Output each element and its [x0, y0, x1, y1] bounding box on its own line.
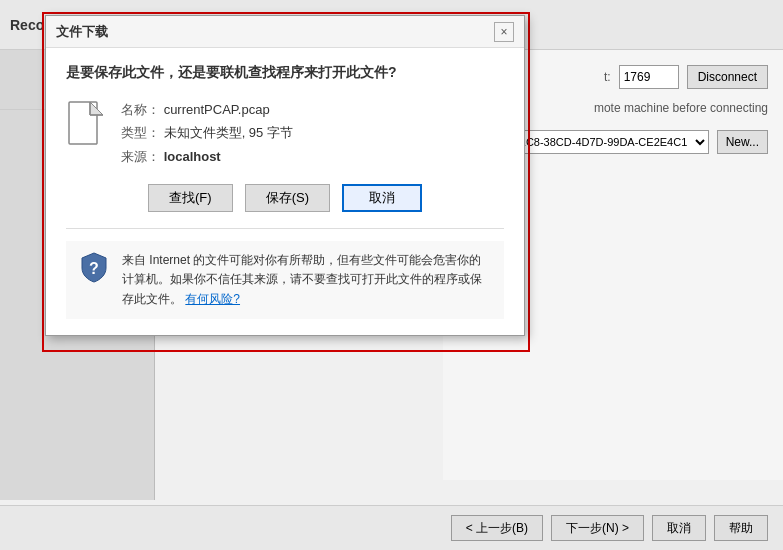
- dialog-question: 是要保存此文件，还是要联机查找程序来打开此文件?: [66, 64, 504, 82]
- save-button[interactable]: 保存(S): [245, 184, 330, 212]
- file-name-label: 名称：: [121, 102, 160, 117]
- find-button[interactable]: 查找(F): [148, 184, 233, 212]
- dialog-actions: 查找(F) 保存(S) 取消: [66, 184, 504, 212]
- main-window: Record LoM t: Disconnect mote machine be…: [0, 0, 783, 550]
- svg-text:?: ?: [89, 260, 99, 277]
- file-info-section: 名称： currentPCAP.pcap 类型： 未知文件类型, 95 字节 来…: [66, 98, 504, 168]
- warning-text: 来自 Internet 的文件可能对你有所帮助，但有些文件可能会危害你的计算机。…: [122, 251, 492, 309]
- file-type-label: 类型：: [121, 125, 160, 140]
- file-source-row: 来源： localhost: [121, 145, 293, 168]
- file-details: 名称： currentPCAP.pcap 类型： 未知文件类型, 95 字节 来…: [121, 98, 293, 168]
- file-type-row: 类型： 未知文件类型, 95 字节: [121, 121, 293, 144]
- file-name-value: currentPCAP.pcap: [164, 102, 270, 117]
- dialog-close-button[interactable]: ×: [494, 22, 514, 42]
- file-icon: [66, 98, 106, 148]
- file-type-value: 未知文件类型, 95 字节: [164, 125, 293, 140]
- file-source-value: localhost: [164, 149, 221, 164]
- dialog-title-bar: 文件下载 ×: [46, 16, 524, 48]
- dialog-title: 文件下载: [56, 23, 108, 41]
- dialog-warning: ? 来自 Internet 的文件可能对你有所帮助，但有些文件可能会危害你的计算…: [66, 241, 504, 319]
- file-name-row: 名称： currentPCAP.pcap: [121, 98, 293, 121]
- cancel-dialog-button[interactable]: 取消: [342, 184, 422, 212]
- dialog-overlay: 文件下载 × 是要保存此文件，还是要联机查找程序来打开此文件?: [0, 0, 783, 550]
- shield-warning-icon: ?: [78, 251, 110, 283]
- warning-message: 来自 Internet 的文件可能对你有所帮助，但有些文件可能会危害你的计算机。…: [122, 253, 482, 305]
- file-source-label: 来源：: [121, 149, 160, 164]
- file-download-dialog: 文件下载 × 是要保存此文件，还是要联机查找程序来打开此文件?: [45, 15, 525, 336]
- dialog-body: 是要保存此文件，还是要联机查找程序来打开此文件? 名称：: [46, 48, 524, 335]
- dialog-divider: [66, 228, 504, 229]
- warning-link[interactable]: 有何风险?: [185, 292, 240, 306]
